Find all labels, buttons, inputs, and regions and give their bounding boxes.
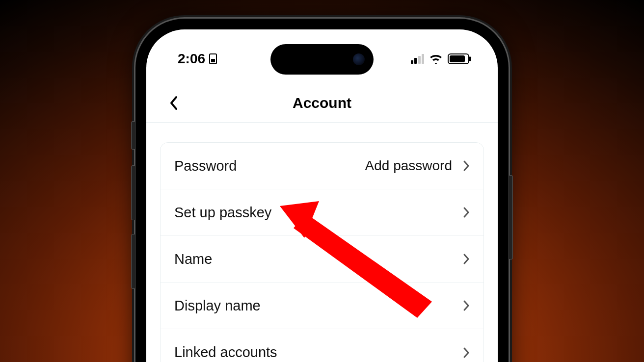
- phone-side-button: [132, 122, 135, 149]
- password-row[interactable]: Password Add password: [161, 143, 483, 189]
- row-label: Linked accounts: [174, 344, 277, 361]
- chevron-right-icon: [463, 253, 470, 265]
- sim-icon: [209, 53, 217, 64]
- settings-list: Password Add password Set up passkey: [160, 142, 484, 362]
- cellular-signal-icon: [411, 54, 425, 64]
- back-button[interactable]: [164, 93, 184, 113]
- phone-volume-up-button: [132, 166, 135, 220]
- wifi-icon: [429, 53, 443, 64]
- status-right: [411, 53, 470, 64]
- phone-volume-down-button: [132, 234, 135, 288]
- set-up-passkey-row[interactable]: Set up passkey: [161, 189, 483, 236]
- settings-content: Password Add password Set up passkey: [146, 123, 498, 362]
- row-value: Add password: [365, 158, 452, 174]
- chevron-right-icon: [463, 300, 470, 311]
- page-title: Account: [293, 95, 351, 111]
- chevron-left-icon: [169, 96, 178, 110]
- nav-bar: Account: [146, 83, 498, 123]
- display-name-row[interactable]: Display name: [161, 283, 483, 329]
- status-time: 2:06: [178, 51, 205, 67]
- row-label: Display name: [174, 298, 261, 314]
- status-left: 2:06: [178, 51, 217, 67]
- dynamic-island: [270, 44, 374, 75]
- chevron-right-icon: [463, 207, 470, 218]
- phone-screen: 2:06: [146, 29, 498, 362]
- phone-frame: 2:06: [135, 19, 509, 362]
- row-label: Set up passkey: [174, 205, 271, 221]
- row-label: Name: [174, 251, 212, 267]
- linked-accounts-row[interactable]: Linked accounts: [161, 329, 483, 362]
- phone-power-button: [509, 176, 512, 259]
- battery-icon: [448, 53, 469, 64]
- row-label: Password: [174, 158, 237, 174]
- chevron-right-icon: [463, 160, 470, 172]
- name-row[interactable]: Name: [161, 236, 483, 283]
- chevron-right-icon: [463, 347, 470, 359]
